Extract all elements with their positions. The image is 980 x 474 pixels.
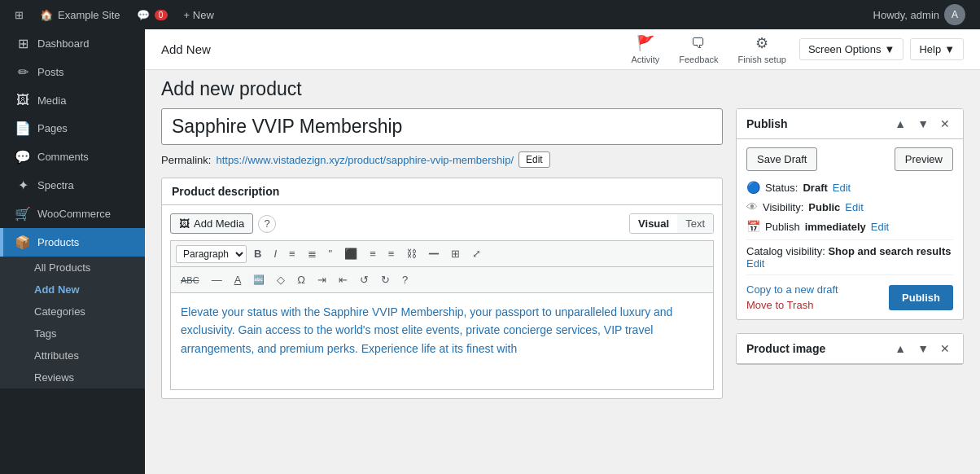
adminbar-site[interactable]: 🏠 Example Site [33,6,127,24]
editor-help-button[interactable]: ? [258,215,276,233]
avatar: A [944,4,965,25]
tab-visual-label: Visual [638,217,669,230]
media-icon: 🖼 [15,93,31,108]
sidebar-item-woocommerce[interactable]: 🛒 WooCommerce [0,200,145,228]
sidebar-item-media[interactable]: 🖼 Media [0,86,145,114]
undo-button[interactable]: ↺ [355,270,374,289]
special-char-button[interactable]: Ω [292,270,310,289]
permalink-url[interactable]: https://www.vistadezign.xyz/product/sapp… [216,154,514,166]
product-image-close[interactable]: ✕ [937,340,953,357]
product-description-box: Product description 🖼 Add Media ? [161,178,723,399]
preview-button[interactable]: Preview [895,147,953,171]
status-edit-link[interactable]: Edit [833,182,851,194]
sidebar-item-posts[interactable]: ✏ Posts [0,58,145,86]
permalink-edit-button[interactable]: Edit [518,151,550,168]
spectra-icon: ✦ [15,178,31,193]
sidebar-item-spectra[interactable]: ✦ Spectra [0,171,145,200]
publish-metabox-collapse-down[interactable]: ▼ [914,116,932,132]
visibility-edit-link[interactable]: Edit [845,201,863,213]
preview-label: Preview [905,153,943,165]
align-center-button[interactable]: ≡ [365,244,381,263]
adminbar-comments[interactable]: 💬 0 [130,6,174,24]
publish-time-edit-label: Edit [871,221,889,233]
trash-button[interactable]: Move to Trash [746,299,838,311]
publish-metabox: Publish ▲ ▼ ✕ Save Draft [736,108,964,320]
publish-label: Publish [765,221,800,233]
submenu-all-products[interactable]: All Products [0,257,145,279]
submenu-reviews[interactable]: Reviews [0,366,145,388]
tab-text[interactable]: Text [677,214,713,233]
activity-button[interactable]: 🚩 Activity [624,31,666,68]
keyboard-shortcuts-button[interactable]: ? [397,270,413,289]
publish-btn-label: Publish [902,292,940,304]
post-title-input[interactable] [161,108,723,145]
howdy-text: Howdy, admin [873,9,939,21]
submenu-categories[interactable]: Categories [0,301,145,323]
wp-logo-icon: ⊞ [15,9,24,21]
align-right-button[interactable]: ≡ [383,244,400,263]
help-button[interactable]: Help ▼ [910,38,964,60]
indent-button[interactable]: ⇥ [313,270,331,289]
adminbar-new[interactable]: + New [177,6,221,24]
add-media-button[interactable]: 🖼 Add Media [170,213,253,234]
finish-setup-button[interactable]: ⚙ Finish setup [732,31,793,68]
bold-button[interactable]: B [249,244,266,263]
page-breadcrumb: Add New [161,42,211,56]
catalog-edit-link[interactable]: Edit [746,257,764,270]
content-topbar: Add New 🚩 Activity 🗨 Feedback ⚙ Finish s… [145,29,980,70]
horizontal-rule-button[interactable]: — [207,270,227,289]
publish-metabox-title: Publish [746,117,788,130]
custom-chars-button[interactable]: 🔤 [248,271,269,288]
submenu-add-new[interactable]: Add New [0,279,145,301]
blockquote-button[interactable]: " [324,244,338,263]
visibility-value: Public [808,201,840,213]
paragraph-select[interactable]: Paragraph Heading 1 Heading 2 Heading 3 [176,245,247,263]
submenu-tags[interactable]: Tags [0,323,145,345]
fullscreen-button[interactable]: ⤢ [467,244,486,263]
product-image-collapse-up[interactable]: ▲ [891,340,909,357]
publish-secondary-actions: Copy to a new draft Move to Trash Publis… [746,283,953,311]
save-draft-button[interactable]: Save Draft [746,147,817,171]
clear-format-button[interactable]: ◇ [272,270,290,289]
screen-options-chevron-icon: ▼ [885,43,895,55]
submenu-attributes[interactable]: Attributes [0,345,145,366]
product-image-collapse-down[interactable]: ▼ [914,340,932,357]
ordered-list-button[interactable]: ≣ [303,244,322,263]
tab-visual[interactable]: Visual [630,214,677,233]
adminbar-howdy[interactable]: Howdy, admin A [867,1,972,29]
text-color-button[interactable]: A [230,270,247,289]
woocommerce-icon: 🛒 [15,206,31,222]
sidebar-item-label: Media [37,94,66,107]
publish-time-edit-link[interactable]: Edit [871,221,889,233]
sidebar-item-comments[interactable]: 💬 Comments [0,143,145,171]
sidebar-item-label: Comments [37,151,89,163]
table-button[interactable]: ⊞ [446,244,465,263]
feedback-icon: 🗨 [691,35,706,52]
unordered-list-button[interactable]: ≡ [284,244,300,263]
sidebar-item-label: Products [37,236,79,248]
feedback-button[interactable]: 🗨 Feedback [672,32,724,68]
align-left-button[interactable]: ⬛ [339,244,362,263]
redo-button[interactable]: ↻ [376,270,395,289]
add-media-icon: 🖼 [179,217,190,230]
sidebar-item-pages[interactable]: 📄 Pages [0,114,145,143]
publish-button[interactable]: Publish [889,285,953,310]
screen-options-button[interactable]: Screen Options ▼ [799,38,903,60]
status-icon: 🔵 [746,181,760,194]
editor-content-area[interactable]: Elevate your status with the Sapphire VV… [170,292,714,390]
outdent-button[interactable]: ⇤ [334,270,352,289]
sidebar-item-products[interactable]: 📦 Products [0,228,145,257]
copy-draft-button[interactable]: Copy to a new draft [746,283,838,296]
copy-draft-label: Copy to a new draft [746,283,838,296]
sidebar-item-dashboard[interactable]: ⊞ Dashboard [0,29,145,58]
italic-button[interactable]: I [269,244,282,263]
more-button[interactable]: ━━ [424,246,444,261]
sidebar-item-label: Spectra [37,179,74,191]
link-button[interactable]: ⛓ [401,244,422,263]
status-value: Draft [803,182,827,194]
strikethrough-button[interactable]: ABC [176,272,204,288]
activity-label: Activity [631,55,659,64]
publish-metabox-close[interactable]: ✕ [937,116,953,132]
adminbar-logo[interactable]: ⊞ [8,6,30,24]
publish-metabox-collapse-up[interactable]: ▲ [891,116,909,132]
